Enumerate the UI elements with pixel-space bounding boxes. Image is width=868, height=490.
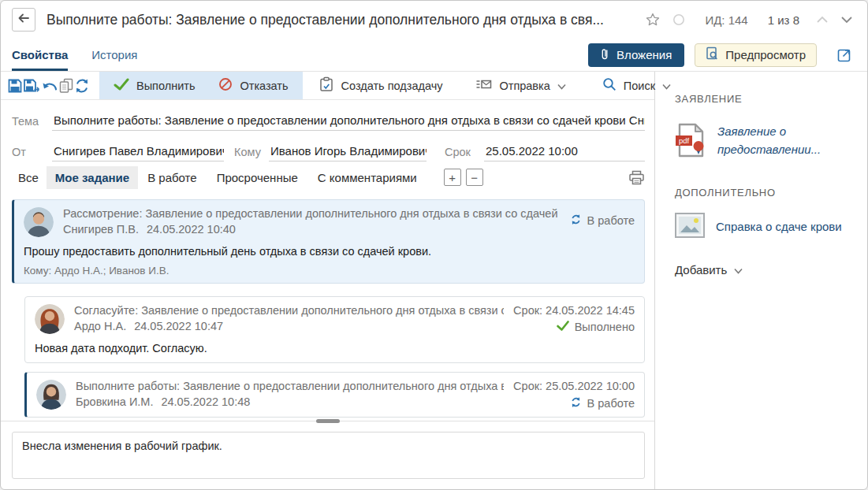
task-recipients: Кому: Ардо Н.А.; Иванов И.В. bbox=[24, 265, 635, 277]
to-field[interactable]: Иванов Игорь Владимирович bbox=[269, 144, 427, 161]
due-label: Срок bbox=[445, 146, 478, 161]
done-check-icon bbox=[557, 321, 569, 333]
save-and-close-button[interactable] bbox=[23, 72, 41, 99]
due-field[interactable]: 25.05.2022 10:00 bbox=[484, 144, 645, 161]
splitter-handle[interactable] bbox=[316, 419, 340, 423]
search-icon bbox=[602, 77, 617, 94]
chevron-down-icon[interactable] bbox=[840, 16, 853, 24]
complete-button[interactable]: Выполнить bbox=[114, 78, 195, 93]
comment-pane: Внесла изменения в рабочий график. bbox=[1, 421, 654, 489]
filter-with-comments[interactable]: С комментариями bbox=[318, 171, 417, 184]
arrow-left-icon bbox=[17, 13, 30, 27]
attachments-sidebar: ЗАЯВЛЕНИЕ pdf Заявление о предоставлении… bbox=[655, 72, 867, 489]
task-title: Согласуйте: Заявление о предоставлении д… bbox=[74, 304, 504, 317]
task-body: Прошу предоставить дополнительный день о… bbox=[24, 245, 635, 258]
refresh-button[interactable] bbox=[74, 72, 90, 99]
document-magnifier-icon bbox=[706, 46, 718, 63]
title-bar: Выполните работы: Заявление о предоставл… bbox=[1, 1, 867, 39]
task-date: 24.05.2022 10:48 bbox=[161, 395, 250, 408]
avatar bbox=[24, 207, 54, 237]
attachments-button[interactable]: Вложения bbox=[588, 43, 684, 67]
task-id: ИД: 144 bbox=[705, 13, 747, 27]
chevron-down-icon bbox=[734, 263, 743, 277]
task-author: Снигирев П.В. bbox=[63, 223, 139, 236]
copy-button[interactable] bbox=[58, 72, 74, 99]
task-date: 24.05.2022 10:47 bbox=[134, 320, 223, 332]
image-file-icon bbox=[675, 213, 705, 241]
tab-row: Свойства История Вложения Предпросмотр bbox=[1, 39, 867, 72]
send-list-icon bbox=[475, 77, 492, 94]
section-title: ДОПОЛНИТЕЛЬНО bbox=[675, 187, 856, 199]
filter-my-task[interactable]: Мое задание bbox=[47, 166, 138, 189]
comment-input[interactable]: Внесла изменения в рабочий график. bbox=[12, 432, 645, 479]
tab-history[interactable]: История bbox=[91, 39, 137, 71]
open-in-window-icon[interactable] bbox=[836, 46, 853, 63]
task-date: 24.05.2022 10:40 bbox=[147, 223, 236, 236]
task-card[interactable]: Согласуйте: Заявление о предоставлении д… bbox=[24, 296, 645, 363]
task-filter-bar: Все Мое задание В работе Просроченные С … bbox=[1, 161, 654, 193]
task-window: Выполните работы: Заявление о предоставл… bbox=[0, 0, 868, 490]
undo-button[interactable] bbox=[41, 72, 58, 99]
create-subtask-button[interactable]: Создать подзадачу bbox=[309, 72, 453, 99]
page-title: Выполните работы: Заявление о предоставл… bbox=[47, 12, 604, 28]
task-title: Выполните работы: Заявление о предоставл… bbox=[76, 380, 504, 392]
task-title: Рассмотрение: Заявление о предоставлении… bbox=[63, 207, 561, 220]
svg-text:pdf: pdf bbox=[679, 136, 690, 145]
task-body: Новая дата подходит. Согласую. bbox=[35, 342, 635, 355]
attachment-label: Заявление о предоставлении... bbox=[717, 122, 828, 159]
star-icon[interactable] bbox=[645, 12, 661, 28]
from-label: От bbox=[12, 146, 52, 161]
attachment-item-pdf[interactable]: pdf Заявление о предоставлении... bbox=[675, 122, 856, 161]
pager-counter: 1 из 8 bbox=[768, 13, 799, 27]
no-entry-icon bbox=[218, 77, 233, 94]
task-actions-panel: Выполнить Отказать bbox=[99, 72, 303, 99]
avatar bbox=[35, 304, 65, 334]
reject-button[interactable]: Отказать bbox=[218, 77, 288, 94]
status-badge: В работе bbox=[570, 213, 635, 228]
in-progress-icon bbox=[570, 396, 582, 410]
check-icon bbox=[114, 78, 129, 93]
chevron-up-icon[interactable] bbox=[816, 16, 829, 24]
print-icon[interactable] bbox=[628, 170, 645, 185]
task-thread: Рассмотрение: Заявление о предоставлении… bbox=[1, 193, 654, 421]
circle-indicator-icon bbox=[672, 13, 685, 26]
status-badge: В работе bbox=[513, 396, 635, 410]
avatar bbox=[36, 380, 66, 410]
task-due: Срок: 24.05.2022 14:45 bbox=[513, 304, 635, 317]
task-author: Бровкина И.М. bbox=[76, 395, 153, 408]
add-attachment-button[interactable]: Добавить bbox=[675, 263, 856, 277]
task-card[interactable]: Выполните работы: Заявление о предоставл… bbox=[24, 372, 645, 418]
filter-overdue[interactable]: Просроченные bbox=[217, 171, 298, 184]
subtask-icon bbox=[319, 76, 334, 95]
subject-label: Тема bbox=[12, 115, 52, 131]
back-button[interactable] bbox=[12, 8, 35, 32]
task-card[interactable]: Рассмотрение: Заявление о предоставлении… bbox=[12, 199, 645, 284]
tab-properties[interactable]: Свойства bbox=[12, 39, 68, 71]
attachment-label: Справка о сдаче крови bbox=[716, 217, 842, 236]
section-title: ЗАЯВЛЕНИЕ bbox=[675, 93, 856, 105]
send-menu-button[interactable]: Отправка bbox=[466, 72, 575, 99]
save-button[interactable] bbox=[7, 72, 23, 99]
task-due: Срок: 25.05.2022 10:00 bbox=[513, 380, 635, 392]
preview-button[interactable]: Предпросмотр bbox=[695, 43, 817, 67]
status-badge: Выполнено bbox=[513, 321, 635, 333]
from-field[interactable]: Снигирев Павел Владимирович bbox=[52, 144, 224, 161]
expand-all-button[interactable]: + bbox=[444, 169, 461, 186]
main-pane: Выполнить Отказать Создать подзадачу bbox=[1, 72, 655, 489]
in-progress-icon bbox=[570, 213, 582, 228]
attachment-item-image[interactable]: Справка о сдаче крови bbox=[675, 213, 856, 241]
task-author: Ардо Н.А. bbox=[74, 320, 126, 332]
toolbar: Выполнить Отказать Создать подзадачу bbox=[1, 72, 654, 100]
task-form: Тема Выполните работы: Заявление о предо… bbox=[1, 100, 654, 161]
collapse-all-button[interactable]: − bbox=[466, 169, 483, 186]
chevron-down-icon bbox=[557, 80, 566, 92]
paperclip-icon bbox=[601, 47, 609, 63]
subject-field[interactable]: Выполните работы: Заявление о предоставл… bbox=[52, 113, 645, 131]
pdf-file-icon: pdf bbox=[675, 122, 706, 161]
to-label: Кому bbox=[234, 146, 269, 161]
filter-all[interactable]: Все bbox=[18, 171, 39, 184]
filter-in-progress[interactable]: В работе bbox=[147, 171, 197, 184]
